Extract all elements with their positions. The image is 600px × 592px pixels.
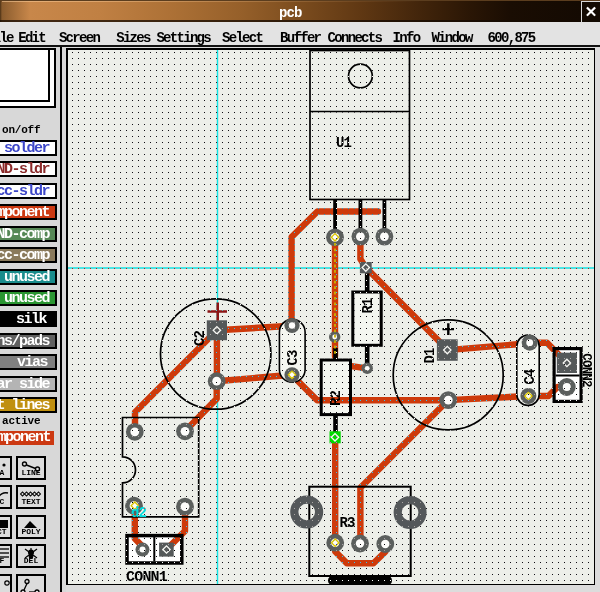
svg-text:CONN1: CONN1 — [126, 569, 168, 586]
svg-text:d2: d2 — [131, 505, 147, 521]
svg-text:R1: R1 — [360, 298, 376, 314]
svg-text:R3: R3 — [340, 515, 356, 531]
svg-text:C2: C2 — [192, 331, 208, 347]
svg-text:C4: C4 — [522, 369, 538, 385]
svg-text:R2: R2 — [328, 391, 344, 407]
svg-text:D1: D1 — [422, 348, 438, 364]
svg-text:U1: U1 — [336, 135, 352, 151]
svg-text:C3: C3 — [285, 350, 301, 366]
svg-text:CONN2: CONN2 — [579, 353, 593, 387]
